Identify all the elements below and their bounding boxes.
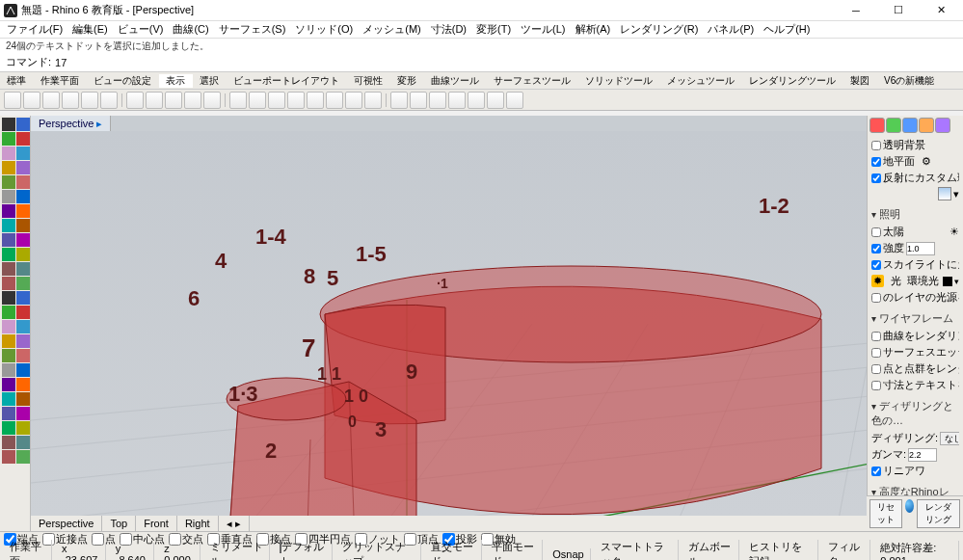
- right-panel-tabs[interactable]: [868, 116, 963, 135]
- tool-icon[interactable]: [2, 248, 15, 261]
- text-dot[interactable]: 9: [406, 360, 417, 385]
- toolbar-tab[interactable]: メッシュツール: [660, 74, 742, 88]
- tool-icon[interactable]: [2, 190, 15, 203]
- viewport-canvas[interactable]: 1-21-41-54856·171 191·31 0032: [31, 131, 867, 516]
- toolbar-icon[interactable]: [506, 92, 523, 109]
- tool-icon[interactable]: [16, 407, 30, 420]
- menu-item[interactable]: サーフェス(S): [216, 22, 289, 37]
- viewport-tab[interactable]: Right: [177, 516, 219, 531]
- toolbar-icon[interactable]: [81, 92, 98, 109]
- text-dot[interactable]: 1-5: [356, 242, 387, 267]
- tool-icon[interactable]: [16, 161, 30, 174]
- menu-item[interactable]: 変形(T): [473, 22, 514, 37]
- status-toggle[interactable]: グリッドスナップ: [336, 540, 420, 561]
- toolbar-tab[interactable]: ソリッドツール: [578, 74, 660, 88]
- menu-item[interactable]: ビュー(V): [115, 22, 167, 37]
- materials-tab-icon[interactable]: [886, 118, 901, 133]
- menu-item[interactable]: 解析(A): [573, 22, 614, 37]
- toolbar-tab[interactable]: レンダリングツール: [742, 74, 843, 88]
- menu-item[interactable]: ヘルプ(H): [761, 22, 813, 37]
- viewport-tab-nav[interactable]: ◂ ▸: [219, 516, 250, 531]
- toolbar-tab[interactable]: 標準: [0, 74, 34, 88]
- viewport-tab[interactable]: Perspective: [31, 516, 102, 531]
- toolbar-icon[interactable]: [429, 92, 446, 109]
- tool-icon[interactable]: [2, 118, 15, 131]
- toolbar-tab[interactable]: ビューポートレイアウト: [227, 74, 347, 88]
- viewport-tab[interactable]: Top: [102, 516, 136, 531]
- toolbar-tab[interactable]: 曲線ツール: [424, 74, 487, 88]
- tool-icon[interactable]: [16, 219, 30, 232]
- status-toggle[interactable]: Osnap: [547, 548, 590, 560]
- toolbar-icon[interactable]: [307, 92, 324, 109]
- status-toggle[interactable]: ガムボール: [682, 540, 739, 561]
- tool-icon[interactable]: [2, 363, 15, 377]
- tool-icon[interactable]: [2, 233, 15, 247]
- render-surface-checkbox[interactable]: [871, 348, 881, 358]
- tool-icon[interactable]: [16, 320, 30, 333]
- toolbar-icon[interactable]: [364, 92, 382, 109]
- text-dot[interactable]: 8: [304, 264, 315, 289]
- tool-icon[interactable]: [2, 306, 15, 319]
- status-layer[interactable]: デフォルト: [274, 540, 333, 561]
- tool-icon[interactable]: [2, 392, 15, 406]
- toolbar-icon[interactable]: [165, 92, 182, 109]
- tool-icon[interactable]: [16, 175, 30, 189]
- tool-icon[interactable]: [16, 363, 30, 377]
- tool-icon[interactable]: [2, 334, 15, 348]
- tool-icon[interactable]: [16, 392, 30, 406]
- toolbar-icon[interactable]: [146, 92, 163, 109]
- tool-icon[interactable]: [16, 450, 30, 464]
- text-dot[interactable]: 1·3: [228, 382, 258, 407]
- viewport-tab-perspective[interactable]: Perspective ▸: [31, 116, 111, 131]
- env-color-swatch[interactable]: [943, 277, 952, 286]
- tool-icon[interactable]: [16, 421, 30, 435]
- toolbar-icon[interactable]: [468, 92, 485, 109]
- tool-icon[interactable]: [2, 204, 15, 218]
- menu-item[interactable]: 寸法(D): [428, 22, 469, 37]
- toolbar-icon[interactable]: [229, 92, 247, 109]
- tool-icon[interactable]: [16, 132, 30, 146]
- ground-plane-checkbox[interactable]: [871, 157, 881, 167]
- menu-item[interactable]: ファイル(F): [4, 22, 66, 37]
- menu-item[interactable]: メッシュ(M): [360, 22, 424, 37]
- render-dims-checkbox[interactable]: [871, 381, 881, 390]
- command-input[interactable]: [55, 55, 957, 69]
- custom-reflect-checkbox[interactable]: [871, 173, 881, 183]
- tool-icon[interactable]: [16, 306, 30, 319]
- toolbar-icon[interactable]: [448, 92, 466, 109]
- tool-icon[interactable]: [2, 291, 15, 305]
- command-line[interactable]: コマンド:: [0, 53, 963, 72]
- status-toggle[interactable]: スマートトラック: [595, 540, 679, 561]
- toolbar-icon[interactable]: [326, 92, 343, 109]
- toolbar-icon[interactable]: [390, 92, 408, 109]
- reset-button[interactable]: リセット: [869, 499, 902, 528]
- menu-item[interactable]: ツール(L): [518, 22, 568, 37]
- close-button[interactable]: ✕: [923, 1, 959, 20]
- props-tab-icon[interactable]: [935, 118, 950, 133]
- tool-icon[interactable]: [2, 378, 15, 391]
- toolbar-icon[interactable]: [23, 92, 40, 109]
- menu-item[interactable]: 編集(E): [69, 22, 111, 37]
- tool-icon[interactable]: [16, 248, 30, 261]
- render-points-checkbox[interactable]: [871, 364, 881, 374]
- toolbar-tab[interactable]: 選択: [193, 74, 227, 88]
- menu-item[interactable]: パネル(P): [705, 22, 757, 37]
- intensity-input[interactable]: [906, 242, 935, 255]
- render-tab-icon[interactable]: [869, 118, 885, 133]
- text-dot[interactable]: 1-2: [759, 194, 789, 219]
- text-dot[interactable]: 1-4: [255, 225, 286, 250]
- toolbar-tab[interactable]: 変形: [390, 74, 424, 88]
- env-thumb-icon[interactable]: [938, 187, 951, 200]
- dithering-select[interactable]: なし: [940, 432, 959, 445]
- toolbar-icon[interactable]: [345, 92, 362, 109]
- tool-icon[interactable]: [16, 147, 30, 160]
- tool-icon[interactable]: [16, 436, 30, 449]
- skylight-checkbox[interactable]: [871, 260, 881, 270]
- render-curves-checkbox[interactable]: [871, 332, 881, 341]
- toolbar-icon[interactable]: [410, 92, 427, 109]
- skylight-intensity-checkbox[interactable]: [871, 244, 881, 253]
- toolbar-icon[interactable]: [4, 92, 21, 109]
- toolbar-icon[interactable]: [487, 92, 504, 109]
- menu-item[interactable]: レンダリング(R): [617, 22, 701, 37]
- viewport-tab[interactable]: Front: [136, 516, 177, 531]
